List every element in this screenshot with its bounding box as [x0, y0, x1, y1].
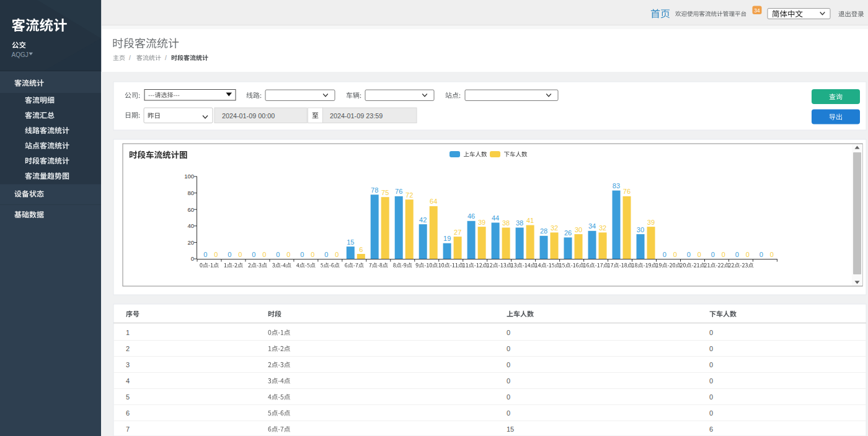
svg-text:7: 7: [126, 425, 130, 433]
svg-text:72: 72: [405, 191, 413, 199]
svg-text:34: 34: [754, 7, 760, 14]
svg-text:0: 0: [300, 251, 304, 258]
svg-text:0: 0: [311, 251, 314, 258]
svg-text:28: 28: [540, 227, 547, 235]
svg-text:0: 0: [228, 251, 231, 258]
svg-text:0: 0: [709, 361, 713, 368]
svg-text:64: 64: [430, 198, 437, 205]
svg-text:6: 6: [709, 425, 713, 433]
svg-text:60: 60: [187, 206, 194, 213]
svg-text:30: 30: [575, 226, 582, 233]
svg-text:41: 41: [526, 217, 534, 224]
svg-text:3: 3: [126, 361, 130, 368]
svg-text:AQGJ: AQGJ: [12, 51, 29, 58]
svg-text:0: 0: [214, 251, 218, 258]
svg-text:/: /: [165, 54, 167, 61]
svg-text:0: 0: [252, 251, 255, 258]
svg-text:19: 19: [443, 235, 451, 242]
svg-text:0: 0: [687, 251, 691, 258]
svg-text:0: 0: [507, 409, 510, 417]
svg-text:34: 34: [588, 222, 596, 230]
svg-text:76: 76: [395, 188, 402, 195]
svg-text:0: 0: [276, 251, 280, 258]
svg-text:39: 39: [647, 219, 655, 226]
svg-text:38: 38: [516, 219, 523, 227]
svg-text:2: 2: [126, 345, 130, 352]
svg-text:0: 0: [663, 251, 666, 258]
svg-text:46: 46: [467, 212, 475, 220]
svg-text:0: 0: [746, 251, 750, 258]
svg-text:0: 0: [709, 329, 713, 336]
svg-text:27: 27: [454, 229, 461, 236]
svg-text:15: 15: [507, 425, 514, 433]
svg-text:76: 76: [623, 188, 631, 195]
svg-text:26: 26: [564, 229, 572, 237]
svg-text:20: 20: [187, 239, 194, 246]
svg-text:30: 30: [637, 226, 644, 233]
svg-text:6: 6: [126, 409, 130, 417]
svg-text:0: 0: [770, 251, 774, 258]
svg-text:0: 0: [262, 251, 266, 258]
svg-text:44: 44: [492, 214, 499, 222]
svg-text:15: 15: [347, 238, 354, 246]
svg-text:0: 0: [698, 251, 701, 258]
svg-text:0: 0: [507, 329, 510, 336]
svg-text:0: 0: [335, 251, 339, 258]
svg-text:42: 42: [419, 216, 427, 224]
svg-text:78: 78: [371, 186, 378, 194]
svg-text:0: 0: [709, 345, 713, 352]
svg-text:0: 0: [709, 377, 713, 385]
svg-text:0: 0: [238, 251, 242, 258]
svg-text:2024-01-09 00:00: 2024-01-09 00:00: [222, 112, 275, 120]
svg-text:32: 32: [599, 224, 606, 232]
svg-text:100: 100: [184, 173, 194, 180]
svg-text:0: 0: [709, 393, 713, 401]
svg-text:0: 0: [673, 251, 677, 258]
svg-text:0: 0: [286, 251, 290, 258]
svg-text:80: 80: [187, 190, 194, 196]
svg-text:0: 0: [203, 251, 207, 258]
svg-text:0: 0: [507, 377, 510, 385]
svg-text:38: 38: [502, 219, 510, 227]
svg-text:32: 32: [551, 224, 558, 232]
svg-text:6: 6: [359, 246, 363, 253]
svg-text:0: 0: [760, 251, 763, 258]
svg-text:/: /: [129, 54, 131, 61]
svg-text:0: 0: [507, 393, 510, 401]
svg-text:0: 0: [722, 251, 725, 258]
svg-text:0: 0: [709, 409, 713, 417]
svg-text:75: 75: [381, 189, 389, 196]
svg-text:0: 0: [735, 251, 739, 258]
svg-text:5: 5: [126, 393, 130, 401]
svg-text:0: 0: [507, 345, 510, 352]
svg-text:2024-01-09 23:59: 2024-01-09 23:59: [330, 112, 383, 120]
svg-text:40: 40: [187, 222, 194, 229]
svg-text:4: 4: [126, 377, 130, 385]
svg-text:0: 0: [191, 255, 194, 262]
svg-text:0: 0: [711, 251, 715, 258]
svg-text:0: 0: [507, 361, 510, 368]
svg-text:83: 83: [613, 182, 620, 190]
svg-text:39: 39: [478, 219, 485, 226]
svg-text:1: 1: [126, 329, 130, 336]
svg-text:0: 0: [324, 251, 328, 258]
